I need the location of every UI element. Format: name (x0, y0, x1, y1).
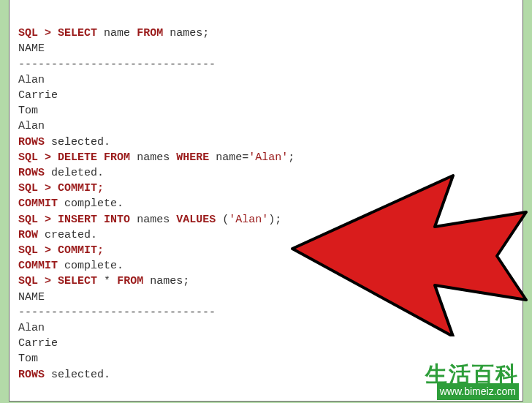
sql-prompt6: SQL (18, 275, 38, 287)
header-name2: NAME (18, 291, 45, 304)
txt-complete2: complete. (64, 260, 123, 272)
row-tom: Tom (18, 105, 38, 117)
row-carrie: Carrie (18, 89, 58, 102)
prompt-gt6: > (45, 275, 51, 287)
sql-prompt5: SQL (18, 244, 38, 257)
kw-row: ROW (18, 229, 38, 241)
kw-where: WHERE (176, 151, 209, 164)
row-alan: Alan (18, 74, 45, 86)
prompt-gt5: > (45, 244, 51, 257)
row-alan2: Alan (18, 120, 45, 132)
header-name: NAME (18, 42, 45, 55)
row-tom2: Tom (18, 353, 38, 365)
txt-selected: selected. (51, 136, 110, 148)
row-carrie2: Carrie (18, 337, 58, 350)
txt-created: created. (45, 229, 97, 241)
sql-prompt3: SQL (18, 182, 38, 195)
tbl-names2: names (137, 151, 170, 164)
kw-rows: ROWS (18, 136, 45, 148)
prompt-gt: > (45, 27, 51, 39)
col-name2: name (216, 151, 242, 164)
txt-selected2: selected. (51, 369, 110, 381)
col-name: name (104, 27, 130, 39)
kw-commit-cmd: COMMIT; (58, 182, 104, 195)
sql-prompt2: SQL (18, 151, 38, 164)
row-alan3: Alan (18, 322, 45, 334)
star: * (104, 275, 110, 287)
kw-select2: SELECT (58, 275, 97, 287)
str-alan: 'Alan' (248, 151, 288, 164)
kw-commit2: COMMIT (18, 260, 58, 272)
kw-rows2: ROWS (18, 167, 45, 179)
kw-from3: FROM (117, 275, 143, 287)
kw-values: VALUES (176, 214, 216, 226)
tbl-names: names (170, 27, 202, 39)
kw-from2: FROM (104, 151, 130, 164)
kw-insert: INSERT (58, 214, 97, 226)
kw-commit-cmd2: COMMIT; (58, 244, 104, 257)
kw-into: INTO (104, 214, 130, 226)
kw-rows3: ROWS (18, 369, 45, 381)
sql-terminal: SQL > SELECT name FROM names; NAME -----… (9, 0, 523, 402)
semicolon2: ; (288, 151, 294, 164)
txt-deleted: deleted. (51, 167, 104, 179)
sql-prompt: SQL (18, 27, 38, 39)
code-block: SQL > SELECT name FROM names; NAME -----… (18, 10, 514, 383)
rule: ------------------------------ (18, 59, 216, 71)
prompt-gt4: > (45, 214, 51, 226)
kw-select: SELECT (58, 27, 97, 39)
semicolon3: ; (275, 214, 281, 226)
str-alan2: 'Alan' (229, 214, 268, 226)
semicolon4: ; (183, 275, 189, 287)
tbl-names4: names (150, 275, 183, 287)
rule2: ------------------------------ (18, 306, 216, 319)
txt-complete: complete. (64, 197, 123, 210)
prompt-gt2: > (45, 151, 51, 164)
tbl-names3: names (137, 214, 170, 226)
semicolon: ; (202, 27, 209, 39)
sql-prompt4: SQL (18, 214, 38, 226)
kw-delete: DELETE (58, 151, 97, 164)
kw-commit: COMMIT (18, 197, 58, 210)
kw-from: FROM (137, 27, 163, 39)
prompt-gt3: > (45, 182, 51, 195)
